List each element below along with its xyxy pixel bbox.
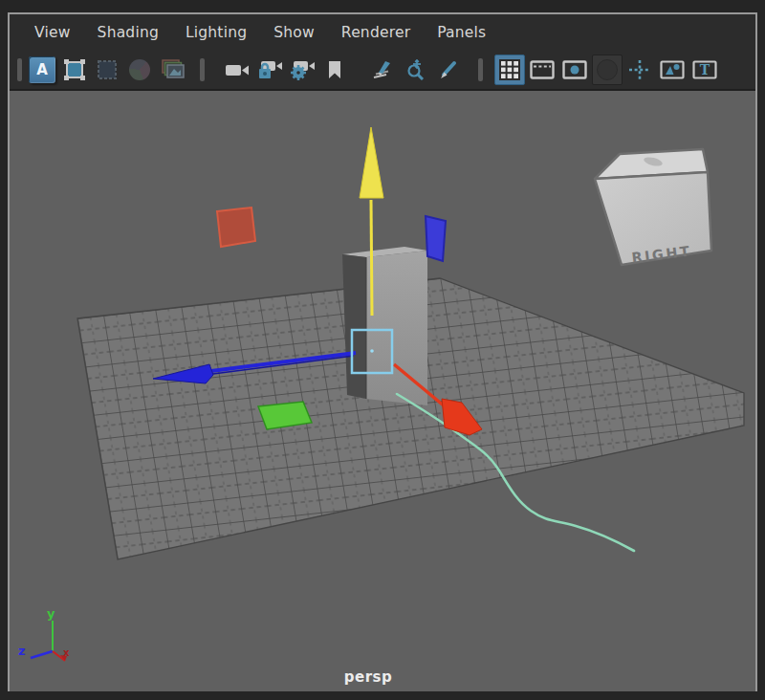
sphere-icon — [129, 59, 150, 80]
safe-title-button[interactable]: T — [689, 55, 720, 85]
pencil-icon — [438, 59, 459, 80]
toolbar-grabber[interactable] — [17, 58, 22, 81]
camera-lock-button[interactable] — [254, 55, 285, 85]
menu-shading[interactable]: Shading — [84, 15, 172, 50]
safe-action-button[interactable] — [657, 55, 688, 85]
grid-icon — [499, 59, 520, 80]
viewport-scene[interactable]: RIGHT y z x persp — [10, 91, 755, 691]
panel-menu-bar: View Shading Lighting Show Renderer Pane… — [10, 14, 755, 51]
menu-panels[interactable]: Panels — [424, 15, 499, 50]
resolution-gate-icon — [562, 60, 587, 79]
marquee-icon — [63, 58, 86, 81]
shaded-sphere-button[interactable] — [124, 55, 155, 85]
camera-gear-icon — [289, 59, 316, 80]
red-plane[interactable] — [217, 208, 255, 247]
panel-toolbar: A — [10, 51, 755, 91]
letter-a-icon: A — [29, 56, 55, 83]
camera-lock-icon — [256, 59, 283, 80]
grease-pencil-button[interactable] — [368, 55, 399, 85]
grid-toggle-button[interactable] — [494, 55, 525, 85]
image-layers-button[interactable] — [157, 55, 187, 85]
film-gate-button[interactable] — [527, 55, 557, 85]
safe-action-icon — [660, 60, 685, 79]
field-chart-button[interactable] — [624, 55, 655, 85]
grease-pencil-icon — [371, 59, 396, 80]
dashed-box-icon — [97, 59, 118, 80]
dashed-select-button[interactable] — [92, 55, 122, 85]
camera-settings-button[interactable] — [287, 55, 317, 85]
bookmark-icon — [328, 60, 341, 79]
bookmark-button[interactable] — [319, 55, 350, 85]
film-gate-icon — [530, 60, 555, 79]
select-by-type-button[interactable]: A — [27, 55, 57, 85]
layers-icon — [160, 58, 185, 81]
menu-renderer[interactable]: Renderer — [328, 15, 424, 50]
menu-view[interactable]: View — [21, 15, 84, 50]
safe-title-icon: T — [692, 60, 717, 79]
toolbar-grabber[interactable] — [200, 58, 205, 81]
marquee-select-button[interactable] — [59, 55, 90, 85]
pencil-button[interactable] — [433, 55, 464, 85]
viewport-panel: View Shading Lighting Show Renderer Pane… — [8, 12, 757, 691]
camera-button[interactable] — [222, 55, 252, 85]
viewport-canvas[interactable]: RIGHT y z x persp — [10, 91, 754, 691]
pan-zoom-icon — [404, 59, 427, 80]
letter-t-glyph: T — [700, 62, 710, 77]
field-chart-icon — [628, 59, 651, 80]
pan-zoom-button[interactable] — [401, 55, 431, 85]
resolution-gate-button[interactable] — [559, 55, 590, 85]
gate-mask-icon — [597, 59, 618, 80]
menu-show[interactable]: Show — [260, 15, 328, 50]
gate-mask-button[interactable] — [592, 55, 623, 85]
manipulator-center-dot — [370, 349, 374, 353]
toolbar-grabber[interactable] — [478, 58, 483, 81]
menu-lighting[interactable]: Lighting — [172, 15, 260, 50]
blue-plane[interactable] — [426, 216, 446, 261]
camera-icon — [225, 62, 250, 77]
